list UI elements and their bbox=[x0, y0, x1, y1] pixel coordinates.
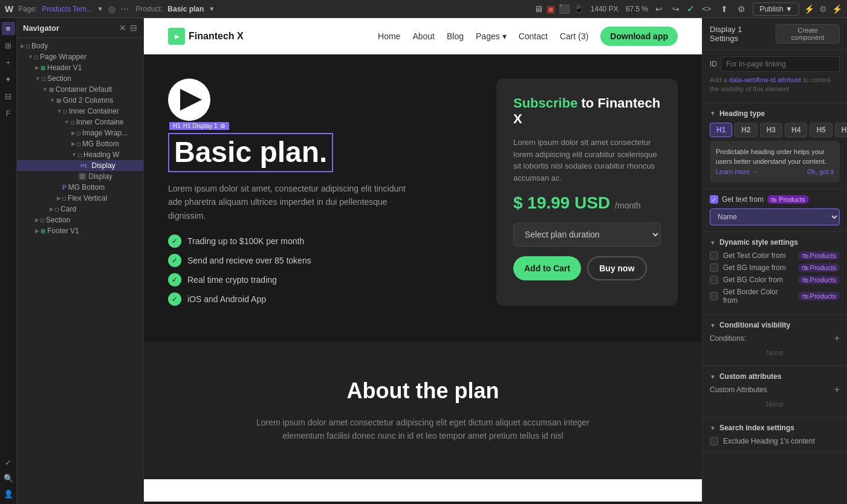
h1-button[interactable]: H1 bbox=[710, 123, 732, 137]
nav-item-inner-container2[interactable]: ▼ □ Inner Containe bbox=[17, 117, 143, 128]
nav-item-mg-bottom-p[interactable]: ▶ P MG Bottom bbox=[17, 182, 143, 193]
nav-link-pages[interactable]: Pages ▾ bbox=[476, 31, 507, 41]
tool-style[interactable]: ✦ bbox=[2, 73, 15, 86]
conditions-row: Conditions: + bbox=[710, 333, 840, 344]
more-dots[interactable]: ⋯ bbox=[120, 4, 129, 14]
panel-header: Display 1 Settings Create component bbox=[703, 18, 847, 50]
redo-button[interactable]: ↪ bbox=[670, 3, 682, 15]
site-logo: ▸ Finantech X bbox=[168, 28, 244, 45]
nav-item-grid[interactable]: ▼ ⊞ Grid 2 Columns bbox=[17, 95, 143, 106]
code-button[interactable]: <> bbox=[699, 3, 713, 15]
h5-button[interactable]: H5 bbox=[810, 123, 832, 137]
publish-button[interactable]: Publish ▼ bbox=[753, 2, 799, 16]
nav-item-display2[interactable]: D Display bbox=[17, 171, 143, 182]
dynamic-style-collapse[interactable]: ▼ bbox=[710, 239, 716, 246]
search-index-collapse[interactable]: ▼ bbox=[710, 425, 716, 431]
device-tablet[interactable]: ⬛ bbox=[559, 4, 570, 15]
tool-add[interactable]: + bbox=[2, 56, 15, 69]
nav-item-section[interactable]: ▼ □ Section bbox=[17, 73, 143, 84]
nav-link-cart[interactable]: Cart (3) bbox=[560, 31, 588, 41]
id-input[interactable] bbox=[721, 56, 840, 72]
cond-collapse[interactable]: ▼ bbox=[710, 322, 716, 329]
nav-item-display-active[interactable]: H1 Display bbox=[17, 160, 143, 171]
tool-users[interactable]: 👤 bbox=[2, 487, 15, 500]
tool-navigator[interactable]: ≡ bbox=[2, 22, 15, 35]
nav-item-footer[interactable]: ▶ ⊞ Footer V1 bbox=[17, 225, 143, 236]
panel-title: Display 1 Settings bbox=[710, 25, 771, 43]
page-name[interactable]: Products Tem... bbox=[42, 5, 92, 13]
device-tablet-landscape[interactable]: ▣ bbox=[547, 4, 555, 15]
tool-ecommerce[interactable]: F bbox=[2, 106, 15, 120]
nav-item-section2[interactable]: ▶ □ Section bbox=[17, 215, 143, 225]
plan-duration-select[interactable]: Select plan duration bbox=[513, 222, 661, 247]
search-index-row: Exclude Heading 1's content bbox=[710, 437, 840, 445]
nav-item-mg-bottom[interactable]: ▶ □ MG Bottom bbox=[17, 138, 143, 149]
heading-type-collapse[interactable]: ▼ bbox=[710, 110, 716, 117]
nav-tree: ▶ □ Body ▼ □ Page Wrapper ▶ ⊞ Header V1 bbox=[17, 38, 143, 504]
field-select[interactable]: Name Description Price bbox=[710, 208, 840, 225]
nav-item-body[interactable]: ▶ □ Body bbox=[17, 40, 143, 51]
add-to-cart-button[interactable]: Add to Cart bbox=[513, 256, 581, 280]
nav-link-contact[interactable]: Contact bbox=[519, 31, 548, 41]
h2-button[interactable]: H2 bbox=[735, 123, 757, 137]
settings-button[interactable]: ⚙ bbox=[735, 3, 748, 15]
h3-button[interactable]: H3 bbox=[760, 123, 782, 137]
hero-heading[interactable]: Basic plan. bbox=[169, 134, 332, 171]
nav-link-blog[interactable]: Blog bbox=[447, 31, 464, 41]
dynamic-style-title: Dynamic style settings bbox=[719, 238, 798, 247]
feature-label-3: Real time crypto trading bbox=[187, 275, 277, 285]
nav-item-container[interactable]: ▼ ⊞ Container Default bbox=[17, 84, 143, 95]
device-mobile[interactable]: 📱 bbox=[574, 4, 583, 13]
create-component-button[interactable]: Create component bbox=[776, 24, 840, 44]
hero-description: Lorem ipsum dolor sit amet, consectetur … bbox=[168, 182, 410, 222]
device-desktop[interactable]: 🖥 bbox=[534, 4, 543, 14]
topbar-icon-3[interactable]: ⚡ bbox=[832, 4, 842, 14]
checkmark-icon: ✓ bbox=[687, 3, 695, 15]
hint-link[interactable]: data-webflow-id attribute bbox=[729, 76, 802, 83]
add-custom-attr-button[interactable]: + bbox=[834, 384, 840, 395]
add-condition-button[interactable]: + bbox=[834, 333, 840, 344]
nav-link-about[interactable]: About bbox=[412, 31, 435, 41]
tooltip-text: Predictable heading order helps your use… bbox=[716, 148, 826, 166]
learn-more-link[interactable]: Learn more → bbox=[716, 168, 758, 175]
nav-item-heading-w[interactable]: ▼ □ Heading W bbox=[17, 149, 143, 160]
topbar-icon-2[interactable]: ⚙ bbox=[819, 4, 827, 14]
nav-link-home[interactable]: Home bbox=[378, 31, 400, 41]
tooltip-ok-button[interactable]: Ok, got it bbox=[807, 167, 834, 177]
nav-item-page-wrapper[interactable]: ▼ □ Page Wrapper bbox=[17, 51, 143, 62]
check-icon-3: ✓ bbox=[168, 273, 181, 286]
tool-check[interactable]: ✓ bbox=[2, 456, 15, 469]
share-button[interactable]: ⬆ bbox=[718, 3, 730, 15]
undo-button[interactable]: ↩ bbox=[653, 3, 665, 15]
custom-attr-collapse[interactable]: ▼ bbox=[710, 373, 716, 380]
about-description: Lorem ipsum dolor amet consectetur adipi… bbox=[242, 416, 605, 443]
nav-item-card[interactable]: ▶ □ Card bbox=[17, 204, 143, 215]
h4-button[interactable]: H4 bbox=[785, 123, 807, 137]
tool-assets[interactable]: ⊟ bbox=[2, 89, 15, 103]
bg-image-checkbox[interactable] bbox=[710, 263, 718, 272]
navigator-close[interactable]: ✕ bbox=[119, 23, 126, 33]
bg-color-checkbox[interactable] bbox=[710, 276, 718, 284]
nav-item-header[interactable]: ▶ ⊞ Header V1 bbox=[17, 62, 143, 73]
product-dropdown[interactable]: ▼ bbox=[209, 5, 215, 12]
cta-button[interactable]: Download app bbox=[600, 27, 678, 46]
product-name[interactable]: Basic plan bbox=[167, 5, 204, 13]
feature-1: ✓ Trading up to $100K per month bbox=[168, 234, 472, 248]
nav-item-flex-vertical[interactable]: ▶ □ Flex Vertical bbox=[17, 193, 143, 204]
topbar-icon-1[interactable]: ⚡ bbox=[804, 4, 814, 14]
h6-button[interactable]: H6 bbox=[835, 123, 847, 137]
dropdown-arrow[interactable]: ▼ bbox=[97, 5, 103, 12]
text-color-checkbox[interactable] bbox=[710, 251, 718, 260]
nav-item-inner-container[interactable]: ▼ □ Inner Container bbox=[17, 106, 143, 117]
custom-attr-none: None bbox=[710, 398, 840, 411]
hero-section: H1 H1 Display 1 ⚙ Basic plan. Lorem ipsu… bbox=[144, 54, 702, 342]
navigator-collapse[interactable]: ⊟ bbox=[130, 23, 137, 33]
tool-layers[interactable]: ⊞ bbox=[2, 39, 15, 52]
tool-search[interactable]: 🔍 bbox=[2, 471, 15, 485]
nav-item-image-wrap[interactable]: ▶ □ Image Wrap... bbox=[17, 128, 143, 138]
get-text-checkbox[interactable]: ✓ bbox=[710, 195, 718, 204]
buy-now-button[interactable]: Buy now bbox=[587, 256, 646, 280]
element-settings-icon[interactable]: ⚙ bbox=[220, 123, 226, 129]
border-color-checkbox[interactable] bbox=[710, 292, 718, 300]
search-index-checkbox[interactable] bbox=[710, 437, 718, 445]
